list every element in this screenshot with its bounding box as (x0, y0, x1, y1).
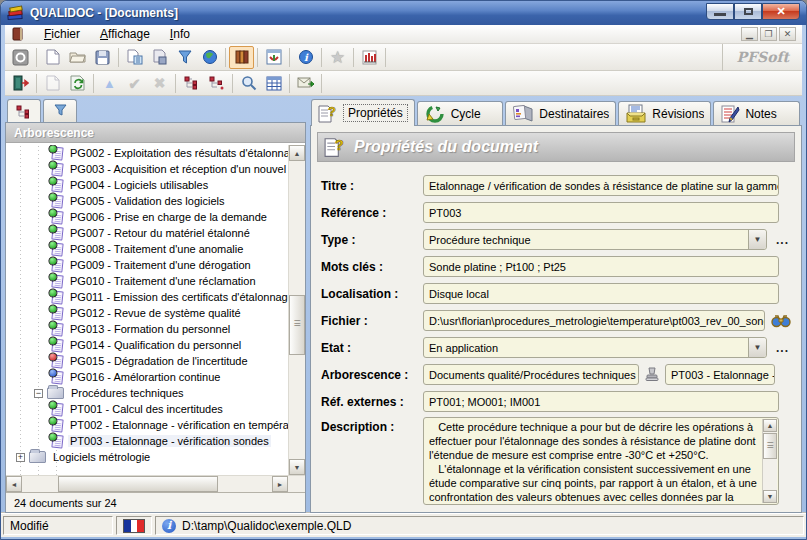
tree-item[interactable]: PG002 - Exploitation des résultats d'éta… (6, 145, 288, 161)
expand-tree-icon[interactable] (179, 72, 204, 95)
scroll-down-icon[interactable]: ▼ (763, 490, 777, 503)
window-layout-icon[interactable] (261, 46, 286, 69)
close-button[interactable]: ✕ (762, 3, 800, 20)
scroll-up-icon[interactable]: ▲ (289, 145, 305, 161)
row-reference: Référence : PT003 (321, 199, 793, 226)
description-scroll-thumb[interactable]: ☰ (763, 433, 777, 459)
tree-item[interactable]: PG003 - Acquisition et réception d'un no… (6, 161, 288, 177)
arborescence-path-field[interactable]: Documents qualité/Procédures techniques (423, 364, 639, 385)
arborescence-node-field[interactable]: PT003 - Etalonnage - vérification sondes (665, 364, 775, 385)
tree-horizontal-scrollbar[interactable]: ◄ ► (6, 475, 305, 492)
info-icon[interactable]: i (293, 46, 318, 69)
tree-item[interactable]: PG009 - Traitement d'une dérogation (6, 257, 288, 273)
tree-item-icon (51, 162, 63, 176)
tab-destinataires[interactable]: Destinataires (505, 101, 616, 125)
mots-cles-field[interactable]: Sonde platine ; Pt100 ; Pt25 (423, 256, 779, 277)
search-magnifier-icon[interactable] (236, 72, 261, 95)
scroll-right-icon[interactable]: ► (272, 476, 288, 492)
tree-hscroll-thumb[interactable] (58, 476, 218, 492)
tree-item[interactable]: PG004 - Logiciels utilisables (6, 177, 288, 193)
tree-panel: Arborescence PG002 - Exploitation des ré… (5, 122, 306, 513)
favorites-star-icon[interactable]: ★ (325, 46, 350, 69)
browse-binoculars-icon[interactable] (769, 311, 793, 331)
library-books-icon[interactable] (229, 46, 254, 69)
collapse-tree-icon[interactable] (204, 72, 229, 95)
tree-item[interactable]: PG015 - Dégradation de l'incertitude (6, 353, 288, 369)
tree-item[interactable]: PG013 - Formation du personnel (6, 321, 288, 337)
ref-externes-field[interactable]: PT001; MO001; IM001 (423, 391, 779, 412)
tab-revisions[interactable]: Révisions (618, 101, 711, 125)
tree-item[interactable]: PG011 - Emission des certificats d'étalo… (6, 289, 288, 305)
mdi-close-button[interactable]: ✕ (779, 27, 796, 41)
tree-item[interactable]: PG010 - Traitement d'une réclamation (6, 273, 288, 289)
tree-locate-stamp-icon[interactable] (642, 366, 662, 384)
tab-notes[interactable]: Notes (713, 101, 800, 125)
cancel-cross-icon[interactable]: ✖ (147, 72, 172, 95)
tree-item[interactable]: PG006 - Prise en charge de la demande (6, 209, 288, 225)
etat-combobox[interactable]: En application ▼ (423, 337, 767, 358)
localisation-field[interactable]: Disque local (423, 283, 779, 304)
statistics-chart-icon[interactable] (357, 46, 382, 69)
description-textarea[interactable]: Cette procédure technique a pour but de … (423, 417, 779, 505)
fichier-field[interactable]: D:\usr\florian\procedures_metrologie\tem… (423, 310, 765, 331)
data-grid-icon[interactable] (261, 72, 286, 95)
mdi-minimize-button[interactable]: ▁ (741, 27, 758, 41)
tree-item[interactable]: PG016 - Amélorartion continue (6, 369, 288, 385)
reference-field[interactable]: PT003 (423, 202, 779, 223)
menu-affichage[interactable]: Affichage (90, 26, 160, 42)
tree-item-label: PG014 - Qualification du personnel (68, 339, 243, 351)
type-more-button[interactable]: ... (776, 233, 789, 247)
tree-item[interactable]: PG008 - Traitement d'une anomalie (6, 241, 288, 257)
tree-vertical-scrollbar[interactable]: ▲ ☰ ▼ (288, 145, 305, 475)
tab-label: Destinataires (539, 107, 609, 121)
refresh-page-icon[interactable] (65, 72, 90, 95)
exit-door-icon[interactable] (8, 72, 33, 95)
menu-fichier[interactable]: Fichier (34, 26, 90, 42)
scroll-left-icon[interactable]: ◄ (6, 476, 22, 492)
export-document-icon[interactable] (147, 46, 172, 69)
tree-item[interactable]: PT002 - Etalonnage - vérification en tem… (6, 417, 288, 433)
filter-funnel-icon[interactable] (172, 46, 197, 69)
scroll-down-icon[interactable]: ▼ (289, 459, 305, 475)
description-label: Description : (321, 417, 423, 434)
scroll-up-icon[interactable]: ▲ (763, 419, 777, 432)
power-icon[interactable] (8, 46, 33, 69)
type-combobox[interactable]: Procédure technique ▼ (423, 229, 767, 250)
chevron-down-icon[interactable]: ▼ (748, 338, 766, 357)
tree-item[interactable]: − Procédures techniques (6, 385, 288, 401)
etat-more-button[interactable]: ... (776, 341, 789, 355)
tab-proprietes[interactable]: ? Propriétés (311, 99, 415, 126)
save-icon[interactable] (90, 46, 115, 69)
tree-vscroll-thumb[interactable]: ☰ (289, 295, 305, 355)
tree-item[interactable]: PT003 - Etalonnage - vérification sondes (6, 433, 288, 449)
language-flag-cell[interactable] (116, 516, 152, 535)
send-mail-icon[interactable] (293, 72, 318, 95)
restore-button[interactable] (734, 3, 762, 20)
tree-item-label: Procédures techniques (69, 387, 186, 399)
minimize-button[interactable] (706, 3, 734, 20)
new-page-icon[interactable] (40, 72, 65, 95)
tree-item[interactable]: PT001 - Calcul des incertitudes (6, 401, 288, 417)
tab-cycle[interactable]: Cycle (417, 101, 504, 125)
chevron-down-icon[interactable]: ▼ (748, 230, 766, 249)
copy-document-icon[interactable] (122, 46, 147, 69)
row-ref-externes: Réf. externes : PT001; MO001; IM001 (321, 388, 793, 415)
tree-item[interactable]: PG007 - Retour du matériel étalonné (6, 225, 288, 241)
new-document-icon[interactable] (40, 46, 65, 69)
mdi-restore-button[interactable]: ❐ (760, 27, 777, 41)
globe-icon[interactable] (197, 46, 222, 69)
tree-item[interactable]: PG014 - Qualification du personnel (6, 337, 288, 353)
tab-tree-view[interactable] (7, 99, 41, 123)
tree-item[interactable]: + Logiciels métrologie (6, 449, 288, 465)
tree-expander-icon[interactable]: + (16, 453, 25, 462)
open-folder-icon[interactable] (65, 46, 90, 69)
validate-check-icon[interactable]: ✔ (122, 72, 147, 95)
tree-expander-icon[interactable]: − (34, 389, 43, 398)
tree-item[interactable]: PG005 - Validation des logiciels (6, 193, 288, 209)
move-up-icon[interactable]: ▲ (97, 72, 122, 95)
titre-field[interactable]: Etalonnage / vérification de sondes à ré… (423, 175, 779, 196)
tree-item[interactable]: PG012 - Revue de système qualité (6, 305, 288, 321)
menu-info[interactable]: Info (160, 26, 200, 42)
description-scrollbar[interactable]: ▲ ☰ ▼ (762, 419, 777, 503)
tab-filter[interactable] (43, 99, 77, 122)
